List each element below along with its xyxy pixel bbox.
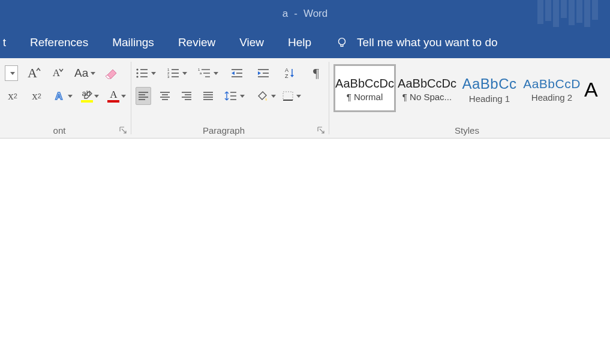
svg-text:A: A	[55, 91, 62, 102]
style-name: ¶ No Spac...	[402, 92, 452, 102]
svg-point-4	[136, 72, 138, 74]
paragraph-group-label: Paragraph	[131, 125, 317, 136]
styles-group-label: Styles	[329, 125, 605, 136]
numbering-icon: 1 2 3	[167, 68, 180, 79]
eraser-icon	[104, 67, 119, 80]
decrease-font-size-button[interactable]: A	[50, 64, 66, 82]
clear-formatting-button[interactable]	[104, 64, 119, 82]
paint-bucket-icon	[256, 90, 269, 102]
title-separator: -	[294, 8, 298, 20]
style-sample: A	[584, 78, 598, 101]
paragraph-group: 1 2 3 1 a A	[131, 58, 329, 138]
shading-button[interactable]	[256, 87, 276, 105]
line-spacing-button[interactable]	[224, 87, 245, 105]
tab-help[interactable]: Help	[288, 36, 311, 49]
styles-group: AaBbCcDc ¶ Normal AaBbCcDc ¶ No Spac... …	[329, 58, 610, 138]
font-size-combo[interactable]	[5, 65, 18, 81]
change-case-button[interactable]: Aa	[74, 64, 95, 82]
sort-button[interactable]: A Z	[282, 64, 298, 82]
increase-indent-button[interactable]	[256, 64, 271, 82]
align-left-button[interactable]	[136, 87, 151, 105]
style-sample: AaBbCcDc	[335, 77, 394, 91]
justify-button[interactable]	[200, 87, 216, 105]
style-normal[interactable]: AaBbCcDc ¶ Normal	[333, 64, 396, 112]
subscript-button[interactable]: x2	[5, 87, 20, 105]
superscript-digit: 2	[38, 92, 41, 100]
increase-font-size-button[interactable]: A	[26, 64, 42, 82]
title-bar: a - Word	[0, 0, 610, 27]
align-center-button[interactable]	[157, 87, 173, 105]
tell-me-label: Tell me what you want to do	[357, 36, 497, 49]
outdent-icon	[230, 68, 244, 79]
align-center-icon	[159, 91, 171, 101]
font-group: A A Aa x2 x2	[0, 58, 131, 138]
style-sample: AaBbCcD	[523, 77, 581, 91]
svg-point-6	[136, 76, 138, 77]
style-name: ¶ Normal	[347, 92, 383, 102]
text-effects-button[interactable]: A	[53, 87, 73, 105]
align-left-icon	[137, 91, 149, 101]
indent-icon	[257, 68, 270, 79]
lightbulb-icon	[335, 36, 348, 49]
ribbon-tabs: t References Mailings Review View Help T…	[0, 27, 610, 58]
subscript-digit: 2	[14, 92, 17, 100]
paragraph-group-launcher-icon[interactable]	[317, 126, 325, 134]
svg-point-0	[339, 38, 345, 45]
svg-text:A: A	[285, 67, 289, 73]
line-spacing-icon	[224, 90, 238, 102]
svg-text:Z: Z	[285, 73, 289, 79]
style-heading-2[interactable]: AaBbCcD Heading 2	[521, 64, 583, 112]
style-name: Heading 2	[531, 92, 572, 103]
align-right-icon	[181, 91, 193, 101]
style-heading-1[interactable]: AaBbCc Heading 1	[458, 64, 521, 112]
font-group-launcher-icon[interactable]	[119, 126, 127, 134]
numbering-button[interactable]: 1 2 3	[167, 64, 187, 82]
text-effects-icon: A	[53, 89, 65, 103]
title-decoration	[537, 0, 598, 27]
sort-icon: A Z	[284, 67, 296, 79]
style-sample: AaBbCcDc	[398, 77, 456, 91]
multilevel-icon: 1 a	[198, 68, 211, 79]
style-title-partial[interactable]: A	[583, 64, 601, 112]
svg-text:3: 3	[167, 75, 170, 79]
document-area[interactable]	[0, 139, 610, 364]
borders-button[interactable]	[282, 87, 301, 105]
tab-mailings[interactable]: Mailings	[112, 36, 154, 49]
justify-icon	[202, 91, 214, 101]
decrease-indent-button[interactable]	[229, 64, 245, 82]
bullets-icon	[136, 68, 149, 79]
app-name: Word	[304, 8, 327, 20]
down-caret-icon	[59, 68, 64, 73]
style-no-spacing[interactable]: AaBbCcDc ¶ No Spac...	[396, 64, 458, 112]
borders-icon	[282, 91, 294, 101]
svg-text:a: a	[200, 71, 202, 75]
tab-partial[interactable]: t	[0, 36, 6, 49]
styles-gallery[interactable]: AaBbCcDc ¶ Normal AaBbCcDc ¶ No Spac... …	[333, 64, 605, 115]
multilevel-list-button[interactable]: 1 a	[198, 64, 218, 82]
style-sample: AaBbCc	[462, 76, 516, 92]
tab-review[interactable]: Review	[178, 36, 215, 49]
tab-view[interactable]: View	[239, 36, 264, 49]
ribbon: A A Aa x2 x2	[0, 58, 610, 139]
show-hide-button[interactable]: ¶	[308, 64, 324, 82]
highlight-color-button[interactable]: ab	[81, 87, 100, 105]
document-name: a	[283, 8, 288, 20]
svg-point-2	[136, 68, 138, 70]
tell-me-search[interactable]: Tell me what you want to do	[335, 36, 497, 49]
superscript-button[interactable]: x2	[29, 87, 44, 105]
style-name: Heading 1	[469, 94, 510, 104]
align-right-button[interactable]	[179, 87, 194, 105]
font-color-button[interactable]: A	[107, 87, 126, 105]
tab-references[interactable]: References	[30, 36, 88, 49]
svg-rect-47	[283, 92, 293, 100]
bullets-button[interactable]	[136, 64, 156, 82]
font-group-label: ont	[0, 125, 119, 136]
